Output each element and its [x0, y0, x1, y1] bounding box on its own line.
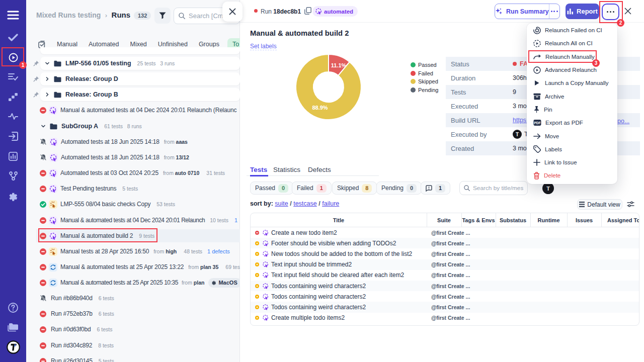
svg-text:PDF: PDF	[534, 121, 541, 125]
svg-text:11.1%: 11.1%	[331, 62, 347, 68]
svg-text:88.9%: 88.9%	[312, 105, 328, 111]
